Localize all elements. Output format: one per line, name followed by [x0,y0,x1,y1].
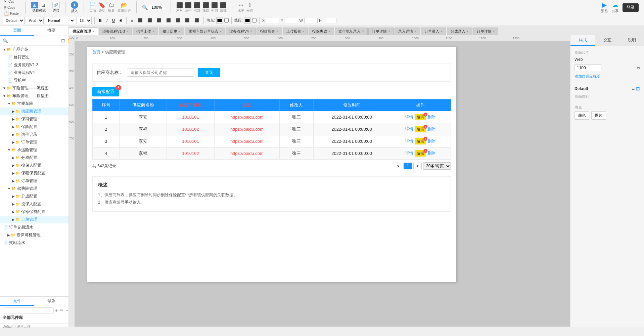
fill-color-btn[interactable]: 颜色 [574,111,589,120]
tab-close-8[interactable]: × [328,30,330,33]
tree-item-16[interactable]: ▶📁保额保费配置 [0,169,68,177]
valign-center-btn[interactable]: ⬛中部 [211,2,218,13]
width-input[interactable] [574,65,601,71]
tree-item-5[interactable]: ▼📁车险管理——流程图 [0,84,68,92]
tree-item-10[interactable]: ▶📁保险配置 [0,123,68,131]
copy-button[interactable]: ⎘ Copy [3,5,20,10]
right-tab-2[interactable]: 说明 [619,35,644,46]
tab-item-2[interactable]: 供单上传× [133,28,158,35]
tree-item-19[interactable]: ▶📁分成配置 [0,193,68,200]
tab-item-1[interactable]: 业务流程V1-3× [99,28,132,35]
tree-item-15[interactable]: ▶📁投保人配置 [0,162,68,169]
login-btn[interactable]: 登录 [623,3,639,12]
preview-btn[interactable]: ▶ 预览 [601,1,608,13]
w-input[interactable] [304,18,318,23]
underline-btn[interactable]: U [110,17,117,24]
component-tab[interactable]: 元件 [0,297,34,306]
breadcrumb-home[interactable]: 首页 [92,50,100,54]
group-btn[interactable]: 🗂 组合 [108,2,115,13]
per-page-select[interactable]: 20条/每页 [423,162,451,170]
indent-left-btn[interactable]: ⬛ [183,17,191,24]
right-tab-0[interactable]: 样式 [570,35,595,46]
bold-btn[interactable]: B [97,17,103,24]
connect-group[interactable]: 🔗 连接 [52,2,60,13]
italic-btn[interactable]: I [105,17,109,24]
line-height-btn[interactable]: ⬛ [174,17,182,24]
tab-item-7[interactable]: 上传报价× [283,28,308,35]
valign-bottom-btn[interactable]: ⬛底部 [220,2,227,13]
tab-item-5[interactable]: 业务流程V4× [226,28,256,35]
edit-btn-3[interactable]: 编辑5 [415,150,426,157]
current-page-btn[interactable]: 1 [404,163,412,169]
master-tab[interactable]: 母版 [34,297,68,306]
list-btn[interactable]: ≡ [129,17,135,24]
h-input[interactable] [323,18,336,23]
tab-close-6[interactable]: × [276,30,278,33]
zoom-control[interactable]: 🔍 [142,5,165,10]
edit-btn-2[interactable]: 编辑5 [415,138,426,144]
share-btn[interactable]: ☁ 共享 [612,1,618,13]
tree-item-18[interactable]: ▼📂驾乘险管理 [0,185,68,193]
style-select[interactable]: Normal [45,17,75,24]
delete-btn-2[interactable]: 删除 [427,138,435,144]
valign-top-btn[interactable]: ⬛顶部 [202,2,209,13]
tree-item-9[interactable]: ▶📁保司管理 [0,115,68,123]
new-config-btn[interactable]: 新常配置 5 [92,87,119,96]
tab-close-2[interactable]: × [152,30,154,33]
cut-button[interactable]: ✂ Cut [3,0,20,4]
layout-icon-list[interactable]: ≡ [632,86,635,91]
tree-item-3[interactable]: 📄业务流程V4 [0,69,68,77]
tree-item-1[interactable]: 📄修订历史 [0,53,68,61]
edit-btn-0[interactable]: 编辑5 [415,114,426,120]
tree-item-11[interactable]: ▶📁询价记录 [0,131,68,138]
indent-right-btn[interactable]: ⬛ [193,17,201,24]
detail-btn-3[interactable]: 详情 [405,151,413,156]
search-input[interactable] [127,69,194,77]
tree-item-13[interactable]: ▼📂承运险管理 [0,146,68,154]
tab-item-13[interactable]: 分成录入× [447,28,472,35]
tab-item-11[interactable]: 录入详情× [395,28,420,35]
size-select[interactable]: 13 [77,17,92,24]
fill-image-btn[interactable]: 图片 [591,111,606,120]
tab-close-0[interactable]: × [92,30,94,33]
prev-page-btn[interactable]: < [394,163,402,169]
strikethrough-btn[interactable]: S [118,17,124,24]
tab-close-4[interactable]: × [220,30,222,33]
delete-btn-3[interactable]: 删除 [427,151,435,156]
border-color-input[interactable] [244,17,251,24]
fill-checkbox[interactable] [224,18,229,23]
tree-item-8[interactable]: ▶📁供应商管理 [0,108,68,115]
sidebar-tab-page[interactable]: 页面 [0,26,34,36]
zoom-input[interactable] [148,5,165,10]
delete-btn-0[interactable]: 删除 [427,114,435,120]
tab-item-4[interactable]: 常规车险订单状态× [185,28,225,35]
x-input[interactable] [266,18,279,23]
edit-btn-1[interactable]: 编辑5 [415,126,426,132]
distribute-h-btn[interactable]: ⇔水平 [238,2,244,13]
select-mode-group[interactable]: ⊞ ⊡ 选择模式 [31,2,47,13]
detail-btn-2[interactable]: 详情 [405,138,413,144]
align-center-btn[interactable]: ⬛居中 [185,2,192,13]
fill-color-input[interactable] [216,17,223,24]
default-select[interactable]: Default [3,17,25,24]
tree-item-20[interactable]: ▶📁投保人配置 [0,200,68,208]
align-text-left-btn[interactable]: ⬛ [136,17,144,24]
right-tab-1[interactable]: 交互 [595,35,619,46]
search-btn[interactable]: 查询 [198,68,220,77]
detail-btn-0[interactable]: 详情 [405,114,413,120]
tab-close-1[interactable]: × [126,30,128,33]
tab-item-14[interactable]: 订单详情× [473,28,499,35]
tab-close-13[interactable]: × [467,30,469,33]
distribute-v-btn[interactable]: ⇕垂直 [246,2,253,13]
insert-group[interactable]: + 插入 [71,1,78,13]
tab-item-12[interactable]: 订单录入× [421,28,446,35]
paste-button[interactable]: 📋 Paste [3,11,20,16]
tab-close-11[interactable]: × [414,30,416,33]
tab-close-5[interactable]: × [250,30,252,33]
tree-item-6[interactable]: ▼📂车险管理——原型图 [0,92,68,100]
y-input[interactable] [285,18,298,23]
tree-item-25[interactable]: 📄奖励流水 [0,239,68,247]
page-canvas-wrapper[interactable]: 首页 > 供应商管理 供应商名称： 查询 [75,41,570,327]
tab-close-7[interactable]: × [303,30,305,33]
delete-btn-1[interactable]: 删除 [427,126,435,132]
